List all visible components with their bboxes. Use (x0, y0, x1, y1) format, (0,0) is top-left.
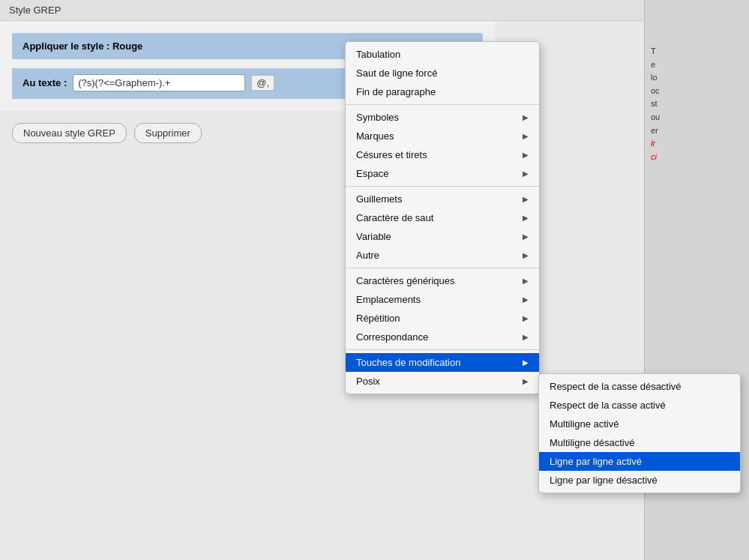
delete-button[interactable]: Supprimer (134, 123, 202, 143)
text-input[interactable] (73, 74, 245, 91)
menu-item-symboles[interactable]: Symboles (346, 108, 539, 127)
menu-item-label-espace: Espace (356, 168, 388, 179)
submenu-item-respect-casse-desactive[interactable]: Respect de la casse désactivé (539, 377, 740, 396)
menu-item-espace[interactable]: Espace (346, 164, 539, 183)
menu-item-label-caractere-saut: Caractère de saut (356, 212, 433, 223)
menu-item-fin-paragraphe[interactable]: Fin de paragraphe (346, 82, 539, 101)
menu-separator (346, 186, 539, 187)
menu-item-label-posix: Posix (356, 376, 380, 387)
at-button[interactable]: @, (251, 75, 274, 91)
submenu-item-ligne-par-ligne-active[interactable]: Ligne par ligne activé (539, 452, 740, 471)
menu-separator (346, 349, 539, 350)
apply-style-label: Appliquer le style : Rouge (22, 40, 142, 52)
menu-item-caracteres-generiques[interactable]: Caractères génériques (346, 271, 539, 290)
menu-item-label-cesures-tirets: Césures et tirets (356, 149, 427, 160)
text-row-label: Au texte : (22, 77, 67, 88)
menu-item-cesures-tirets[interactable]: Césures et tirets (346, 145, 539, 164)
submenu-item-multiligne-active[interactable]: Multiligne activé (539, 415, 740, 433)
menu-item-label-tabulation: Tabulation (356, 49, 400, 60)
submenu-item-multiligne-desactive[interactable]: Multiligne désactivé (539, 433, 740, 452)
title-label: Style GREP (9, 4, 61, 16)
menu-item-label-fin-paragraphe: Fin de paragraphe (356, 86, 436, 97)
menu-item-emplacements[interactable]: Emplacements (346, 290, 539, 309)
menu-item-label-repetition: Répétition (356, 313, 400, 324)
menu-item-repetition[interactable]: Répétition (346, 309, 539, 328)
menu-item-label-symboles: Symboles (356, 112, 399, 123)
title-bar: Style GREP (0, 0, 749, 21)
menu-item-variable[interactable]: Variable (346, 227, 539, 246)
submenu-item-ligne-par-ligne-desactive[interactable]: Ligne par ligne désactivé (539, 471, 740, 490)
menu-item-label-marques: Marques (356, 130, 394, 142)
menu-item-label-touches-modification: Touches de modification (356, 357, 460, 368)
menu-item-label-guillemets: Guillemets (356, 193, 402, 205)
submenu-item-respect-casse-active[interactable]: Respect de la casse activé (539, 396, 740, 415)
menu-item-touches-modification[interactable]: Touches de modification (346, 353, 539, 372)
menu-item-guillemets[interactable]: Guillemets (346, 190, 539, 208)
menu-item-label-autre: Autre (356, 250, 379, 261)
menu-item-marques[interactable]: Marques (346, 127, 539, 145)
menu-item-label-emplacements: Emplacements (356, 294, 421, 305)
menu-item-label-correspondance: Correspondance (356, 331, 428, 343)
dropdown-menu: TabulationSaut de ligne forcéFin de para… (345, 41, 540, 394)
menu-item-saut-ligne-force[interactable]: Saut de ligne forcé (346, 64, 539, 82)
menu-item-label-caracteres-generiques: Caractères génériques (356, 275, 455, 286)
menu-item-label-saut-ligne-force: Saut de ligne forcé (356, 67, 437, 79)
menu-item-autre[interactable]: Autre (346, 246, 539, 265)
new-style-button[interactable]: Nouveau style GREP (12, 123, 127, 143)
submenu-touches-modification: Respect de la casse désactivéRespect de … (538, 373, 741, 493)
menu-item-correspondance[interactable]: Correspondance (346, 328, 539, 346)
menu-separator (346, 104, 539, 105)
menu-item-caractere-saut[interactable]: Caractère de saut (346, 208, 539, 227)
menu-item-label-variable: Variable (356, 231, 391, 242)
menu-item-posix[interactable]: Posix (346, 372, 539, 391)
doc-preview-text: T e lo oc st ou er lr ci (651, 45, 743, 163)
menu-item-tabulation[interactable]: Tabulation (346, 45, 539, 64)
menu-separator (346, 268, 539, 268)
